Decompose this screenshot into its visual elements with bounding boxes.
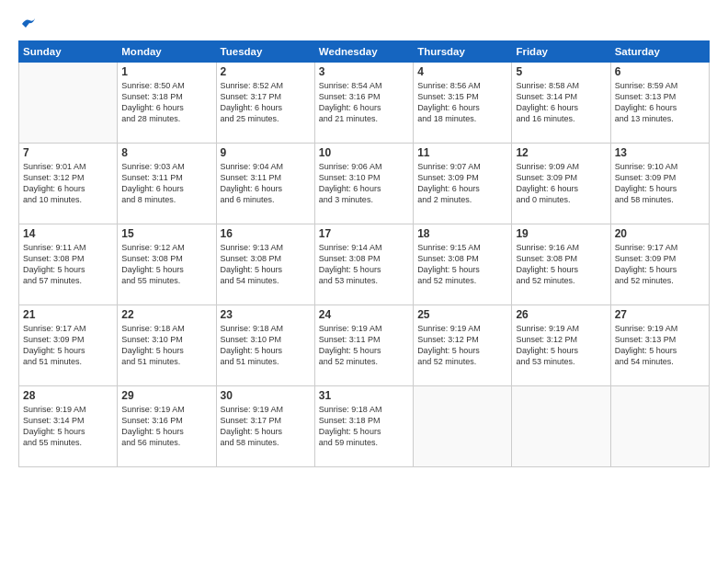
cell-content: Sunrise: 9:18 AM Sunset: 3:10 PM Dayligh… bbox=[121, 323, 211, 368]
calendar-cell bbox=[512, 386, 610, 467]
day-number: 6 bbox=[615, 65, 705, 78]
cell-content: Sunrise: 9:19 AM Sunset: 3:12 PM Dayligh… bbox=[417, 323, 507, 368]
week-row-1: 7Sunrise: 9:01 AM Sunset: 3:12 PM Daylig… bbox=[19, 144, 710, 224]
day-number: 23 bbox=[221, 308, 311, 321]
cell-content: Sunrise: 9:19 AM Sunset: 3:17 PM Dayligh… bbox=[221, 404, 311, 449]
col-header-friday: Friday bbox=[512, 41, 610, 63]
day-number: 15 bbox=[121, 227, 211, 240]
calendar-cell: 4Sunrise: 8:56 AM Sunset: 3:15 PM Daylig… bbox=[414, 63, 512, 144]
cell-content: Sunrise: 9:16 AM Sunset: 3:08 PM Dayligh… bbox=[516, 242, 606, 287]
cell-content: Sunrise: 8:52 AM Sunset: 3:17 PM Dayligh… bbox=[221, 80, 311, 125]
day-number: 4 bbox=[417, 65, 507, 78]
cell-content: Sunrise: 9:11 AM Sunset: 3:08 PM Dayligh… bbox=[23, 242, 113, 287]
calendar-cell: 28Sunrise: 9:19 AM Sunset: 3:14 PM Dayli… bbox=[19, 386, 118, 467]
day-number: 16 bbox=[221, 227, 311, 240]
cell-content: Sunrise: 9:14 AM Sunset: 3:08 PM Dayligh… bbox=[319, 242, 409, 287]
day-number: 18 bbox=[417, 227, 507, 240]
day-number: 30 bbox=[221, 389, 311, 402]
calendar-cell: 24Sunrise: 9:19 AM Sunset: 3:11 PM Dayli… bbox=[314, 305, 413, 386]
col-header-wednesday: Wednesday bbox=[314, 41, 413, 63]
logo-text bbox=[18, 17, 37, 33]
calendar-cell: 15Sunrise: 9:12 AM Sunset: 3:08 PM Dayli… bbox=[118, 224, 216, 305]
day-number: 27 bbox=[615, 308, 705, 321]
header bbox=[18, 17, 710, 33]
calendar-cell: 6Sunrise: 8:59 AM Sunset: 3:13 PM Daylig… bbox=[610, 63, 709, 144]
cell-content: Sunrise: 9:19 AM Sunset: 3:14 PM Dayligh… bbox=[23, 404, 113, 449]
calendar-cell: 23Sunrise: 9:18 AM Sunset: 3:10 PM Dayli… bbox=[216, 305, 314, 386]
col-header-monday: Monday bbox=[118, 41, 216, 63]
day-number: 11 bbox=[417, 146, 507, 159]
calendar-cell: 11Sunrise: 9:07 AM Sunset: 3:09 PM Dayli… bbox=[414, 144, 512, 224]
cell-content: Sunrise: 8:56 AM Sunset: 3:15 PM Dayligh… bbox=[417, 80, 507, 125]
calendar-cell: 25Sunrise: 9:19 AM Sunset: 3:12 PM Dayli… bbox=[414, 305, 512, 386]
day-number: 19 bbox=[516, 227, 606, 240]
calendar-cell: 9Sunrise: 9:04 AM Sunset: 3:11 PM Daylig… bbox=[216, 144, 314, 224]
calendar-cell: 17Sunrise: 9:14 AM Sunset: 3:08 PM Dayli… bbox=[314, 224, 413, 305]
calendar-cell: 29Sunrise: 9:19 AM Sunset: 3:16 PM Dayli… bbox=[118, 386, 216, 467]
day-number: 24 bbox=[319, 308, 409, 321]
calendar-cell: 3Sunrise: 8:54 AM Sunset: 3:16 PM Daylig… bbox=[314, 63, 413, 144]
day-number: 31 bbox=[319, 389, 409, 402]
day-number: 22 bbox=[121, 308, 211, 321]
col-header-thursday: Thursday bbox=[414, 41, 512, 63]
calendar-header-row: SundayMondayTuesdayWednesdayThursdayFrid… bbox=[19, 41, 710, 63]
cell-content: Sunrise: 9:18 AM Sunset: 3:18 PM Dayligh… bbox=[319, 404, 409, 449]
day-number: 5 bbox=[516, 65, 606, 78]
calendar-cell: 18Sunrise: 9:15 AM Sunset: 3:08 PM Dayli… bbox=[414, 224, 512, 305]
cell-content: Sunrise: 9:19 AM Sunset: 3:12 PM Dayligh… bbox=[516, 323, 606, 368]
cell-content: Sunrise: 9:10 AM Sunset: 3:09 PM Dayligh… bbox=[615, 161, 705, 206]
day-number: 21 bbox=[23, 308, 113, 321]
calendar-cell: 21Sunrise: 9:17 AM Sunset: 3:09 PM Dayli… bbox=[19, 305, 118, 386]
calendar-cell: 22Sunrise: 9:18 AM Sunset: 3:10 PM Dayli… bbox=[118, 305, 216, 386]
calendar-cell: 10Sunrise: 9:06 AM Sunset: 3:10 PM Dayli… bbox=[314, 144, 413, 224]
page: SundayMondayTuesdayWednesdayThursdayFrid… bbox=[0, 0, 728, 563]
day-number: 7 bbox=[23, 146, 113, 159]
day-number: 2 bbox=[221, 65, 311, 78]
cell-content: Sunrise: 9:13 AM Sunset: 3:08 PM Dayligh… bbox=[221, 242, 311, 287]
cell-content: Sunrise: 9:01 AM Sunset: 3:12 PM Dayligh… bbox=[23, 161, 113, 206]
calendar-cell bbox=[610, 386, 709, 467]
day-number: 1 bbox=[121, 65, 211, 78]
col-header-tuesday: Tuesday bbox=[216, 41, 314, 63]
cell-content: Sunrise: 8:58 AM Sunset: 3:14 PM Dayligh… bbox=[516, 80, 606, 125]
week-row-4: 28Sunrise: 9:19 AM Sunset: 3:14 PM Dayli… bbox=[19, 386, 710, 467]
day-number: 28 bbox=[23, 389, 113, 402]
col-header-saturday: Saturday bbox=[610, 41, 709, 63]
day-number: 29 bbox=[121, 389, 211, 402]
cell-content: Sunrise: 9:18 AM Sunset: 3:10 PM Dayligh… bbox=[221, 323, 311, 368]
calendar-cell bbox=[414, 386, 512, 467]
cell-content: Sunrise: 9:19 AM Sunset: 3:16 PM Dayligh… bbox=[121, 404, 211, 449]
week-row-3: 21Sunrise: 9:17 AM Sunset: 3:09 PM Dayli… bbox=[19, 305, 710, 386]
calendar-cell: 8Sunrise: 9:03 AM Sunset: 3:11 PM Daylig… bbox=[118, 144, 216, 224]
cell-content: Sunrise: 8:50 AM Sunset: 3:18 PM Dayligh… bbox=[121, 80, 211, 125]
cell-content: Sunrise: 8:59 AM Sunset: 3:13 PM Dayligh… bbox=[615, 80, 705, 125]
calendar-cell: 1Sunrise: 8:50 AM Sunset: 3:18 PM Daylig… bbox=[118, 63, 216, 144]
day-number: 14 bbox=[23, 227, 113, 240]
day-number: 26 bbox=[516, 308, 606, 321]
calendar-cell bbox=[19, 63, 118, 144]
cell-content: Sunrise: 9:06 AM Sunset: 3:10 PM Dayligh… bbox=[319, 161, 409, 206]
day-number: 9 bbox=[221, 146, 311, 159]
cell-content: Sunrise: 9:15 AM Sunset: 3:08 PM Dayligh… bbox=[417, 242, 507, 287]
calendar-cell: 27Sunrise: 9:19 AM Sunset: 3:13 PM Dayli… bbox=[610, 305, 709, 386]
cell-content: Sunrise: 9:19 AM Sunset: 3:13 PM Dayligh… bbox=[615, 323, 705, 368]
calendar-cell: 20Sunrise: 9:17 AM Sunset: 3:09 PM Dayli… bbox=[610, 224, 709, 305]
day-number: 12 bbox=[516, 146, 606, 159]
calendar-cell: 19Sunrise: 9:16 AM Sunset: 3:08 PM Dayli… bbox=[512, 224, 610, 305]
day-number: 8 bbox=[121, 146, 211, 159]
calendar-cell: 5Sunrise: 8:58 AM Sunset: 3:14 PM Daylig… bbox=[512, 63, 610, 144]
day-number: 13 bbox=[615, 146, 705, 159]
cell-content: Sunrise: 9:19 AM Sunset: 3:11 PM Dayligh… bbox=[319, 323, 409, 368]
cell-content: Sunrise: 9:09 AM Sunset: 3:09 PM Dayligh… bbox=[516, 161, 606, 206]
day-number: 3 bbox=[319, 65, 409, 78]
calendar-cell: 13Sunrise: 9:10 AM Sunset: 3:09 PM Dayli… bbox=[610, 144, 709, 224]
logo bbox=[18, 17, 37, 33]
calendar-cell: 7Sunrise: 9:01 AM Sunset: 3:12 PM Daylig… bbox=[19, 144, 118, 224]
cell-content: Sunrise: 9:17 AM Sunset: 3:09 PM Dayligh… bbox=[615, 242, 705, 287]
week-row-2: 14Sunrise: 9:11 AM Sunset: 3:08 PM Dayli… bbox=[19, 224, 710, 305]
day-number: 25 bbox=[417, 308, 507, 321]
cell-content: Sunrise: 9:12 AM Sunset: 3:08 PM Dayligh… bbox=[121, 242, 211, 287]
day-number: 20 bbox=[615, 227, 705, 240]
calendar-table: SundayMondayTuesdayWednesdayThursdayFrid… bbox=[18, 40, 710, 467]
calendar-cell: 14Sunrise: 9:11 AM Sunset: 3:08 PM Dayli… bbox=[19, 224, 118, 305]
